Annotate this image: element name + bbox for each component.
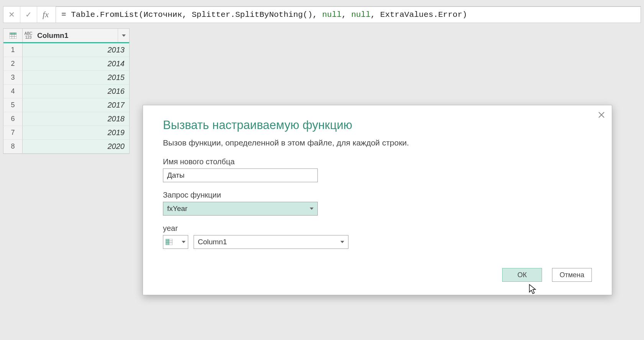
column-header[interactable]: Column1	[34, 29, 118, 42]
param-year-row: Column1	[163, 235, 592, 249]
table-icon	[10, 33, 16, 39]
chevron-down-icon	[122, 34, 126, 37]
cell: 2013	[23, 43, 129, 57]
row-number: 8	[3, 140, 23, 154]
fx-icon: fx	[37, 7, 54, 23]
table-row[interactable]: 6 2018	[3, 112, 129, 126]
row-number: 4	[3, 85, 23, 98]
formula-text-1: = Table.FromList(Источник, Splitter.Spli…	[61, 10, 322, 19]
row-number: 5	[3, 98, 23, 112]
table-row[interactable]: 4 2016	[3, 85, 129, 98]
type-label-top: ABC	[25, 32, 33, 36]
cell: 2020	[23, 140, 129, 154]
table-header: ABC 123 Column1	[3, 29, 129, 43]
confirm-formula-button[interactable]: ✓	[20, 7, 37, 23]
cancel-button[interactable]: Отмена	[552, 268, 592, 282]
data-preview-table: ABC 123 Column1 1 2013 2 2014 3 2015 4 2…	[3, 28, 130, 154]
row-number: 7	[3, 126, 23, 140]
close-icon	[598, 111, 605, 118]
column-filter-button[interactable]	[118, 29, 129, 42]
cell: 2019	[23, 126, 129, 140]
formula-bar: ✕ ✓ fx = Table.FromList(Источник, Splitt…	[3, 6, 641, 23]
param-type-select[interactable]	[163, 235, 188, 249]
cell: 2016	[23, 85, 129, 98]
cell: 2014	[23, 57, 129, 71]
invoke-custom-function-dialog: Вызвать настраиваемую функцию Вызов функ…	[143, 105, 612, 295]
row-number: 2	[3, 57, 23, 71]
dialog-description: Вызов функции, определенной в этом файле…	[163, 138, 592, 147]
param-year-label: year	[163, 224, 592, 233]
formula-comma-1: ,	[342, 10, 351, 19]
formula-text-2: , ExtraValues.Error)	[371, 10, 467, 19]
svg-rect-12	[166, 239, 169, 245]
type-label-bottom: 123	[25, 36, 32, 39]
param-year-value: Column1	[198, 238, 227, 246]
function-query-value: fxYear	[167, 204, 187, 213]
row-number: 6	[3, 112, 23, 126]
cell: 2017	[23, 98, 129, 112]
param-year-select[interactable]: Column1	[194, 235, 348, 249]
function-query-select[interactable]: fxYear	[163, 202, 318, 216]
ok-button[interactable]: ОК	[502, 268, 542, 282]
new-column-name-input[interactable]: Даты	[163, 168, 318, 182]
chevron-down-icon	[182, 241, 186, 243]
table-row[interactable]: 5 2017	[3, 98, 129, 112]
cell: 2018	[23, 112, 129, 126]
dialog-buttons: ОК Отмена	[163, 268, 592, 282]
row-number: 1	[3, 43, 23, 57]
formula-input[interactable]: = Table.FromList(Источник, Splitter.Spli…	[56, 7, 641, 23]
formula-null-1: null	[322, 10, 342, 19]
table-row[interactable]: 1 2013	[3, 43, 129, 57]
formula-null-2: null	[351, 10, 370, 19]
formula-bar-actions: ✕ ✓ fx	[3, 7, 56, 23]
new-column-name-label: Имя нового столбца	[163, 157, 592, 166]
function-query-label: Запрос функции	[163, 191, 592, 199]
column-type-button[interactable]: ABC 123	[23, 29, 34, 42]
chevron-down-icon	[310, 208, 314, 210]
table-row[interactable]: 8 2020	[3, 140, 129, 154]
cell: 2015	[23, 71, 129, 85]
column-icon	[166, 239, 172, 245]
table-row[interactable]: 7 2019	[3, 126, 129, 140]
close-button[interactable]	[598, 111, 605, 120]
table-corner-menu[interactable]	[3, 29, 23, 42]
row-number: 3	[3, 71, 23, 85]
table-row[interactable]: 3 2015	[3, 71, 129, 85]
chevron-down-icon	[340, 241, 344, 243]
table-row[interactable]: 2 2014	[3, 57, 129, 71]
dialog-title: Вызвать настраиваемую функцию	[163, 118, 592, 132]
svg-rect-5	[10, 33, 16, 34]
cancel-formula-button[interactable]: ✕	[3, 7, 20, 23]
